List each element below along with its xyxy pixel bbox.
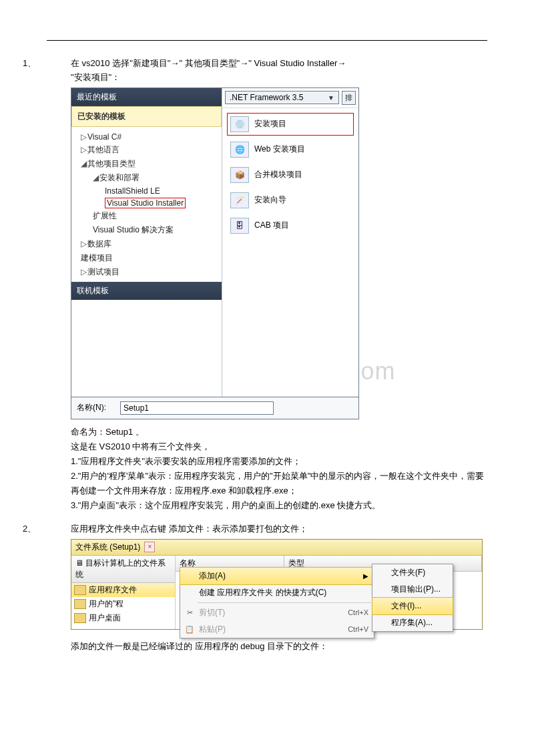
cab-icon: 🗄 [230,218,249,234]
scissors-icon: ✂ [184,607,195,618]
node-app-folder[interactable]: 应用程序文件 [71,583,175,597]
step1-para: 1、在 vs2010 选择"新建项目"→" 其他项目类型"→" Visual S… [47,57,487,85]
ctx-separator [198,602,371,603]
body-after-step1: 命名为：Setup1 。 这是在 VS2010 中将有三个文件夹， 1."应用程… [71,425,487,514]
template-category-panel: 最近的模板 已安装的模板 ▷Visual C# ▷其他语言 ◢其他项目类型 ◢安… [71,88,222,419]
arrow2: → [240,58,248,68]
sub-folder[interactable]: 文件夹(F) [372,564,453,581]
folder-icon [74,613,86,623]
body1-l4: 2."用户的'程序'菜单"表示：应用程序安装完，用户的"开始菜单"中的显示的内容… [71,469,487,498]
vs-new-project-dialog: 最近的模板 已安装的模板 ▷Visual C# ▷其他语言 ◢其他项目类型 ◢安… [71,87,359,419]
tree-modeling[interactable]: 建模项目 [78,251,219,265]
close-icon[interactable]: × [144,542,155,552]
tree-vs-installer[interactable]: Visual Studio Installer [78,197,219,209]
tree-vs-solution[interactable]: Visual Studio 解决方案 [78,223,219,237]
template-setup-wizard[interactable]: 🪄安装向导 [228,190,353,211]
sub-output[interactable]: 项目输出(P)... [372,581,453,598]
web-setup-icon: 🌐 [230,142,249,158]
context-menu: 添加(A)▶ 创建 应用程序文件夹 的快捷方式(C) ✂剪切(T)Ctrl+X … [180,567,374,638]
top-rule [47,40,487,41]
ctx-add[interactable]: 添加(A)▶ [180,567,374,585]
node-user-desktop[interactable]: 用户桌面 [71,611,175,625]
tree-installshield[interactable]: InstallShield LE [78,185,219,197]
merge-module-icon: 📦 [230,167,249,183]
filesystem-tree-header[interactable]: 🖥 目标计算机上的文件系统 [71,556,175,583]
template-list-panel: .NET Framework 3.5▼ 排 💿安装项目 🌐Web 安装项目 📦合… [222,88,358,419]
file-system-editor: 文件系统 (Setup1) × 🖥 目标计算机上的文件系统 应用程序文件 用户的… [71,539,483,630]
folder-icon [74,585,86,595]
template-cab[interactable]: 🗄CAB 项目 [228,215,353,236]
clipboard-icon: 📋 [184,624,195,634]
recent-templates-header[interactable]: 最近的模板 [71,88,222,106]
wizard-icon: 🪄 [230,192,249,208]
editor-tab[interactable]: 文件系统 (Setup1) × [71,540,482,556]
ctx-create-shortcut[interactable]: 创建 应用程序文件夹 的快捷方式(C) [180,584,374,601]
arrow1: → [170,58,179,68]
step1-text-b: " 其他项目类型" [179,58,240,68]
tree-other-languages[interactable]: ▷其他语言 [78,143,219,157]
folder-icon [74,599,86,609]
name-label: 名称(N): [77,402,120,413]
chevron-right-icon: ▶ [363,572,368,580]
tree-test[interactable]: ▷测试项目 [78,265,219,279]
ctx-cut[interactable]: ✂剪切(T)Ctrl+X [180,604,374,621]
step1-number: 1、 [47,57,71,71]
project-name-row: 名称(N): [71,397,358,419]
project-name-input[interactable] [120,401,274,415]
framework-combo[interactable]: .NET Framework 3.5▼ [225,91,339,104]
template-setup-project[interactable]: 💿安装项目 [228,114,353,135]
body2-l1: 添加的文件一般是已经编译过的 应用程序的 debug 目录下的文件： [71,639,487,654]
arrow3: → [337,58,346,68]
body-after-step2: 添加的文件一般是已经编译过的 应用程序的 debug 目录下的文件： [71,639,487,654]
ctx-paste[interactable]: 📋粘贴(P)Ctrl+V [180,621,374,638]
body1-l1: 命名为：Setup1 。 [71,425,487,439]
step2-number: 2、 [47,522,71,536]
template-tree: ▷Visual C# ▷其他语言 ◢其他项目类型 ◢安装和部署 InstallS… [71,127,222,282]
tree-database[interactable]: ▷数据库 [78,237,219,251]
add-submenu: 文件夹(F) 项目输出(P)... 文件(I)... 程序集(A)... [372,564,453,632]
tree-setup-deployment[interactable]: ◢安装和部署 [78,171,219,185]
body1-l2: 这是在 VS2010 中将有三个文件夹， [71,439,487,454]
step2-text: 应用程序文件夹中点右键 添加文件：表示添加要打包的文件； [71,524,308,534]
installed-templates-header[interactable]: 已安装的模板 [71,106,222,127]
sort-button[interactable]: 排 [342,91,356,105]
sub-file[interactable]: 文件(I)... [372,597,453,615]
sub-assembly[interactable]: 程序集(A)... [372,614,453,631]
chevron-down-icon: ▼ [328,94,334,102]
online-templates-header[interactable]: 联机模板 [71,282,222,300]
step1-text-a: 在 vs2010 选择"新建项目" [71,58,170,68]
step1-text-c: " Visual Studio Installer [248,58,337,68]
step2-para: 2、应用程序文件夹中点右键 添加文件：表示添加要打包的文件； [47,522,487,536]
tree-other-project-types[interactable]: ◢其他项目类型 [78,157,219,171]
tree-visual-csharp[interactable]: ▷Visual C# [78,131,219,143]
setup-icon: 💿 [230,116,249,132]
template-merge-module[interactable]: 📦合并模块项目 [228,164,353,186]
step1-text-d: "安装项目"： [71,72,120,82]
body1-l5: 3."用户桌面"表示：这个应用程序安装完，用户的桌面上的创建的.exe 快捷方式… [71,498,487,513]
editor-title: 文件系统 (Setup1) [75,542,140,553]
body1-l3: 1."应用程序文件夹"表示要安装的应用程序需要添加的文件； [71,454,487,469]
tree-extensibility[interactable]: 扩展性 [78,209,219,223]
node-user-menu[interactable]: 用户的"程 [71,597,175,611]
template-web-setup[interactable]: 🌐Web 安装项目 [228,139,353,160]
